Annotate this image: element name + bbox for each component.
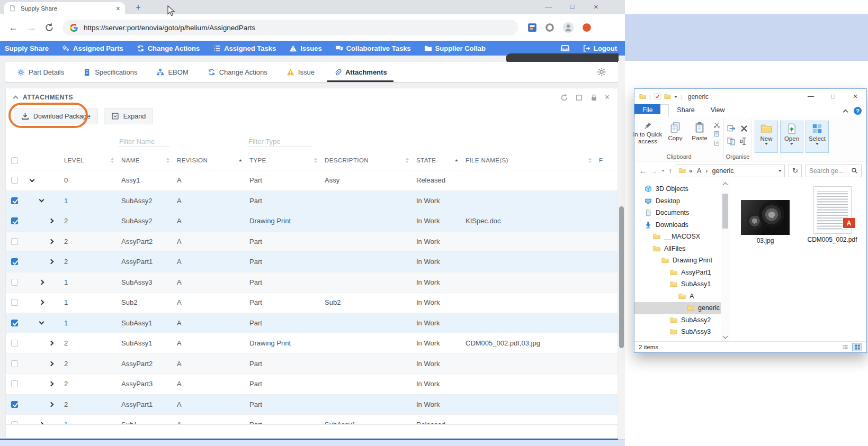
thumbnail-view-button[interactable] [852, 343, 862, 351]
tab-close-icon[interactable]: × [116, 5, 120, 12]
expand-row-chevron-icon[interactable] [49, 239, 54, 244]
quick-access-newfolder-icon[interactable] [664, 93, 671, 100]
collapse-ribbon-icon[interactable] [843, 109, 848, 114]
table-row[interactable]: 1SubAssy3APartIn Work [6, 272, 618, 293]
tree-scrollbar-thumb[interactable] [722, 194, 728, 229]
table-row[interactable]: 2AssyPart2APartIn Work [6, 353, 618, 374]
panel-close-icon[interactable]: × [605, 93, 610, 102]
explorer-close-button[interactable]: × [844, 89, 866, 104]
expand-row-chevron-icon[interactable] [49, 219, 54, 224]
navbar-item-supplier-collab[interactable]: Supplier Collab [424, 44, 486, 52]
expand-row-chevron-icon[interactable] [49, 402, 54, 407]
quick-access-customize-icon[interactable] [674, 96, 677, 98]
tree-item-subassy2[interactable]: SubAssy2 [634, 314, 721, 326]
scroll-up-icon[interactable] [723, 183, 728, 188]
row-checkbox[interactable] [11, 238, 18, 245]
rename-icon[interactable] [739, 136, 749, 146]
sort-icon[interactable] [314, 158, 317, 163]
tree-item-downloads[interactable]: Downloads [634, 219, 721, 231]
panel-maximize-icon[interactable] [575, 94, 583, 102]
paste-button[interactable]: Paste [687, 120, 712, 153]
navbar-item-supply-share[interactable]: Supply Share [5, 44, 49, 52]
download-package-button[interactable]: Download Package [14, 108, 98, 124]
tab-change-actions[interactable]: Change Actions [208, 62, 267, 82]
collapse-row-chevron-icon[interactable] [39, 320, 44, 325]
scroll-down-icon[interactable] [723, 334, 728, 339]
browser-tab[interactable]: Supply Share × [4, 2, 125, 14]
row-checkbox[interactable] [11, 340, 18, 347]
navbar-item-collaborative-tasks[interactable]: Collaborative Tasks [335, 44, 411, 52]
column-header-f[interactable]: F [599, 151, 620, 170]
column-header-type[interactable]: TYPE [249, 151, 325, 170]
navbar-item-change-actions[interactable]: Change Actions [137, 44, 200, 52]
paste-shortcut-icon[interactable] [713, 140, 720, 147]
row-checkbox[interactable] [11, 299, 18, 306]
sort-asc-icon[interactable] [455, 159, 458, 161]
explorer-search-input[interactable] [809, 167, 846, 175]
new-folder-button[interactable]: New [755, 121, 778, 153]
sort-icon[interactable] [166, 158, 169, 163]
copy-button[interactable]: Copy [663, 120, 687, 153]
table-row[interactable]: 2SubAssy2ADrawing PrintIn WorkKISpec.doc [6, 211, 618, 231]
breadcrumb[interactable]: « [689, 167, 693, 175]
explorer-address-bar[interactable]: «A›generic [676, 165, 785, 177]
browser-minimize-button[interactable]: — [536, 0, 560, 14]
select-button[interactable]: Select [806, 121, 829, 153]
delete-icon[interactable] [739, 124, 749, 133]
table-row[interactable]: 2AssyPart1APartIn Work [6, 251, 618, 272]
row-checkbox[interactable] [11, 217, 18, 224]
expand-row-chevron-icon[interactable] [49, 361, 54, 366]
open-button[interactable]: Open [780, 121, 803, 153]
browser-close-button[interactable]: × [584, 0, 608, 14]
ribbon-tab-share[interactable]: Share [669, 104, 702, 117]
row-checkbox[interactable] [11, 177, 18, 184]
row-checkbox[interactable] [11, 360, 18, 367]
row-checkbox[interactable] [11, 279, 18, 286]
inbox-icon[interactable] [560, 43, 570, 53]
expand-row-chevron-icon[interactable] [49, 259, 54, 265]
tree-item-macosx[interactable]: __MACOSX [634, 231, 721, 243]
file-cdm005-002-pdf[interactable]: ACDM005_002.pdf [807, 186, 857, 243]
row-checkbox[interactable] [11, 258, 18, 265]
table-row[interactable]: 1Sub2APartSub2In Work [6, 292, 618, 313]
expand-row-chevron-icon[interactable] [39, 279, 44, 285]
collapse-row-chevron-icon[interactable] [39, 197, 44, 203]
column-header-description[interactable]: DESCRIPTION [325, 151, 416, 170]
breadcrumb[interactable]: › [705, 167, 708, 175]
tree-item-drawing-print[interactable]: Drawing Print [634, 254, 721, 267]
explorer-up-button[interactable]: ↑ [668, 167, 672, 175]
copy-to-icon[interactable] [727, 136, 736, 146]
tree-item-desktop[interactable]: Desktop [634, 195, 721, 207]
filter-name-input[interactable] [118, 136, 170, 147]
extension-icon[interactable] [527, 23, 537, 32]
explorer-minimize-button[interactable]: — [800, 89, 822, 104]
expand-row-chevron-icon[interactable] [49, 381, 54, 387]
sort-icon[interactable] [406, 158, 409, 163]
table-row[interactable]: 1SubAssy2APartIn Work [6, 190, 618, 211]
breadcrumb[interactable]: A [697, 167, 701, 175]
column-header-name[interactable]: NAME [121, 151, 177, 170]
row-checkbox[interactable] [11, 401, 18, 408]
expand-row-chevron-icon[interactable] [39, 300, 44, 305]
row-checkbox[interactable] [11, 197, 18, 204]
column-header-level[interactable]: LEVEL [60, 151, 121, 170]
address-bar[interactable]: https://server:port/enovia/goto/p/helium… [62, 20, 518, 35]
sort-icon[interactable] [111, 158, 114, 163]
navbar-item-assigned-tasks[interactable]: Assigned Tasks [213, 44, 276, 52]
avatar-icon[interactable] [562, 22, 574, 33]
navbar-item-issues[interactable]: Issues [289, 44, 321, 52]
expand-button[interactable]: Expand [104, 108, 153, 124]
filter-type-input[interactable] [247, 136, 312, 147]
expand-row-chevron-icon[interactable] [39, 422, 44, 425]
cut-icon[interactable] [713, 122, 720, 129]
explorer-maximize-button[interactable]: □ [822, 89, 844, 104]
tab-issue[interactable]: Issue [287, 62, 315, 82]
explorer-refresh-button[interactable]: ↻ [789, 165, 802, 177]
profile-badge-icon[interactable] [582, 23, 592, 32]
address-dropdown-icon[interactable] [778, 170, 782, 172]
collapse-panel-chevron-icon[interactable] [13, 96, 19, 101]
tree-item-allfiles[interactable]: AllFiles [634, 243, 721, 255]
sort-asc-icon[interactable] [239, 159, 242, 161]
table-row[interactable]: 2AssyPart3APartIn Work [6, 374, 618, 394]
navbar-item-assigned-parts[interactable]: Assigned Parts [62, 44, 123, 52]
